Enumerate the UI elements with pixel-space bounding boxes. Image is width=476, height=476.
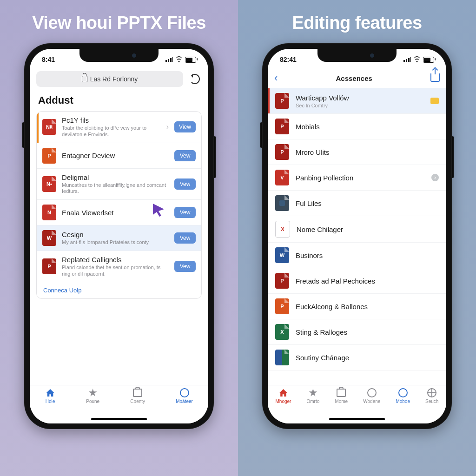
phone-screen-right: 82:41 ‹ Acssences P [268, 49, 446, 423]
list-item[interactable]: P Fretads ad Pal Pechoices [268, 268, 446, 294]
item-title: Fretads ad Pal Pechoices [296, 277, 439, 285]
item-title: Mobials [296, 123, 439, 131]
status-icons [165, 56, 196, 63]
file-title: Entagner Deview [62, 152, 169, 159]
list-item[interactable]: P Mobials [268, 114, 446, 139]
tab-search[interactable]: Seuch [425, 388, 438, 404]
url-bar[interactable]: Las Rd Forlonny [36, 71, 183, 87]
tab-label: Moäteer [176, 399, 193, 404]
home-icon [46, 389, 54, 397]
view-button[interactable]: Vew [174, 261, 196, 272]
file-subtitle: Muncatires to the sileaniffliy,igne and … [62, 182, 169, 195]
view-button[interactable]: Vew [174, 207, 196, 218]
battery-icon [423, 57, 434, 63]
file-subtitle: Pland calonde thet he sent.on promation,… [62, 264, 169, 278]
phone-frame-right: 82:41 ‹ Acssences P [262, 43, 452, 429]
doc-icon: N• [42, 176, 56, 192]
file-row[interactable]: N§ Pc1Y fils Toabr the oloiibing to dlře… [37, 112, 201, 143]
nav-title: Acssences [336, 74, 372, 82]
briefcase-icon [133, 389, 142, 397]
file-row[interactable]: P Replated Calligncls Pland calonde thet… [37, 251, 201, 282]
tab-label: Omrto [307, 399, 320, 404]
tab-label: Seuch [425, 399, 438, 404]
doc-icon: P [275, 93, 289, 109]
item-subtitle: Sec ln Comtry [296, 103, 424, 108]
signal-icon [165, 57, 173, 62]
globe-icon [427, 388, 436, 397]
doc-icon: P [275, 119, 289, 134]
panel-title-left: View houi PPTX Files [32, 13, 206, 33]
doc-icon: W [275, 247, 289, 263]
back-button[interactable]: ‹ [274, 73, 278, 83]
doc-icon: P [275, 144, 289, 160]
home-indicator [91, 418, 147, 420]
file-row[interactable]: P Entagner Deview Vew [37, 143, 201, 168]
star-icon [309, 389, 317, 397]
tab-label: Coenty [130, 399, 145, 404]
file-title: Cesign [62, 231, 169, 238]
url-bar-row: Las Rd Forlonny [30, 68, 208, 92]
list-item[interactable]: V Panbing Pollection [268, 165, 446, 191]
file-row[interactable]: N Enala Viewerlset Vew [37, 199, 201, 225]
list-item[interactable]: X Nome Chilager [268, 216, 446, 243]
file-title: Replated Calligncls [62, 256, 169, 264]
view-button[interactable]: Vew [174, 150, 196, 161]
section-title: Addust [30, 92, 208, 111]
tab-label: Mhoger [276, 399, 291, 404]
tab-files[interactable]: Coenty [130, 388, 145, 404]
tab-favorites[interactable]: Poune [86, 388, 99, 404]
circle-icon [180, 388, 189, 397]
svg-marker-0 [153, 204, 164, 217]
signal-icon [403, 57, 411, 62]
share-button[interactable] [430, 73, 440, 83]
image-icon [275, 195, 289, 211]
item-title: EuckAlcong & Ballones [296, 303, 439, 311]
tab-files[interactable]: Mome [335, 388, 348, 404]
item-title: Nome Chilager [297, 225, 439, 233]
doc-icon: P [42, 258, 56, 274]
tab-profile[interactable]: Moäteer [176, 388, 193, 404]
tab-home[interactable]: Hole [45, 388, 55, 404]
file-row[interactable]: N• Deligmal Muncatires to the sileaniffl… [37, 168, 201, 200]
doc-icon: P [275, 273, 289, 289]
lock-icon [82, 76, 87, 82]
view-button[interactable]: Vew [174, 178, 196, 190]
doc-icon: N§ [42, 119, 56, 135]
chevron-right-icon: › [166, 123, 169, 131]
view-button[interactable]: Vew [174, 232, 196, 244]
list-item[interactable]: X Sting & Ralloges [268, 319, 446, 345]
clock-icon [367, 388, 377, 397]
tab-recent[interactable]: Wodene [363, 388, 380, 404]
share-icon [430, 73, 440, 82]
file-subtitle: My ant-fils lornparad Prtateles ts conty [62, 239, 169, 246]
doc-icon: X [275, 324, 289, 340]
doc-icon: W [42, 230, 56, 246]
panel-editing-features: Editing features 82:41 ‹ Acssences [238, 0, 476, 476]
tab-favorites[interactable]: Omrto [307, 388, 320, 404]
app-store-screenshots: View houi PPTX Files 8:41 Las Rd Forlonn… [0, 0, 476, 476]
battery-icon [185, 57, 196, 63]
file-list-card: N§ Pc1Y fils Toabr the oloiibing to dlře… [36, 111, 202, 299]
reload-button[interactable] [188, 72, 202, 86]
badge-icon [430, 98, 439, 104]
item-title: Businors [296, 251, 439, 259]
panel-view-files: View houi PPTX Files 8:41 Las Rd Forlonn… [0, 0, 238, 476]
category-list[interactable]: P Warticapp Vollów Sec ln Comtry P Mobia… [268, 88, 446, 385]
file-row[interactable]: W Cesign My ant-fils lornparad Prtateles… [37, 225, 201, 251]
nav-bar: ‹ Acssences [268, 68, 446, 88]
file-subtitle: Toabr the oloiibing to dlře vew your to … [62, 125, 163, 138]
status-time: 8:41 [42, 56, 55, 63]
tab-mobile[interactable]: Moboe [396, 388, 410, 404]
list-item[interactable]: Soutiny Chánage [268, 345, 446, 370]
list-item[interactable]: Ful Liles [268, 191, 446, 216]
footer-link[interactable]: Conneca Uolp [37, 282, 201, 298]
view-button[interactable]: View [174, 121, 196, 132]
list-item[interactable]: W Businors [268, 243, 446, 268]
reload-icon [190, 74, 200, 84]
briefcase-icon [337, 389, 346, 397]
list-item[interactable]: P Mroro Ulits [268, 139, 446, 165]
list-item[interactable]: P EuckAlcong & Ballones [268, 294, 446, 319]
tab-home[interactable]: Mhoger [276, 388, 291, 404]
status-time: 82:41 [280, 56, 297, 63]
list-item[interactable]: P Warticapp Vollów Sec ln Comtry [268, 88, 446, 114]
